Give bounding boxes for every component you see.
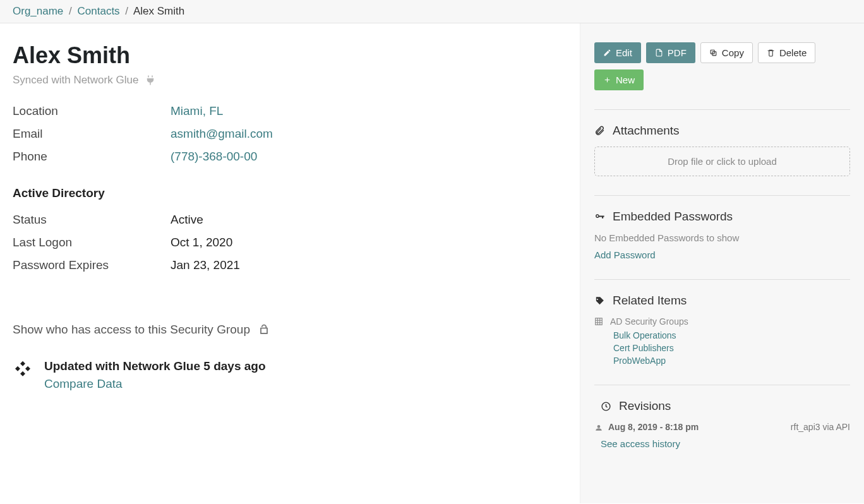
breadcrumb-current: Alex Smith <box>133 5 184 17</box>
location-label: Location <box>13 104 171 118</box>
email-value[interactable]: asmith@gmail.com <box>171 127 273 140</box>
compare-data-link[interactable]: Compare Data <box>44 377 266 391</box>
ad-info: Status Active Last Logon Oct 1, 2020 Pas… <box>13 213 567 272</box>
pencil-icon <box>603 49 611 57</box>
breadcrumb-sep: / <box>69 5 72 17</box>
security-group-access[interactable]: Show who has access to this Security Gro… <box>13 323 567 337</box>
network-glue-icon <box>13 359 33 380</box>
ad-status-label: Status <box>13 213 171 227</box>
svg-rect-2 <box>596 318 603 325</box>
action-buttons: Edit PDF Copy Delete <box>594 42 850 63</box>
passwords-heading-text: Embedded Passwords <box>613 210 733 224</box>
new-button[interactable]: New <box>594 69 644 90</box>
email-label: Email <box>13 127 171 141</box>
ng-updated-text: Updated with Network Glue 5 days ago <box>44 359 266 373</box>
revision-via: rft_api3 via API <box>791 422 850 432</box>
network-glue-update: Updated with Network Glue 5 days ago Com… <box>13 359 567 391</box>
revision-timestamp: Aug 8, 2019 - 8:18 pm <box>608 422 699 432</box>
grid-icon <box>594 317 603 326</box>
related-item[interactable]: ProbWebApp <box>613 356 850 366</box>
access-history-link[interactable]: See access history <box>601 438 850 449</box>
ad-pwdexp-label: Password Expires <box>13 258 171 272</box>
related-category: AD Security Groups <box>594 316 850 327</box>
passwords-section: Embedded Passwords No Embedded Passwords… <box>594 195 850 260</box>
plug-icon <box>145 75 156 86</box>
revisions-heading-text: Revisions <box>619 399 671 413</box>
breadcrumb-sep: / <box>125 5 128 17</box>
pdf-button[interactable]: PDF <box>646 42 695 63</box>
ad-heading: Active Directory <box>13 186 567 200</box>
related-heading-text: Related Items <box>613 294 687 308</box>
new-label: New <box>616 75 635 85</box>
location-value[interactable]: Miami, FL <box>171 104 223 117</box>
main-content: Alex Smith Synced with Network Glue Loca… <box>0 23 580 503</box>
ad-logon-label: Last Logon <box>13 236 171 249</box>
passwords-empty: No Embedded Passwords to show <box>594 232 850 243</box>
related-list: Bulk Operations Cert Publishers ProbWebA… <box>613 330 850 366</box>
edit-label: Edit <box>616 47 632 58</box>
phone-label: Phone <box>13 150 171 164</box>
sidebar: Edit PDF Copy Delete <box>580 23 864 503</box>
copy-button[interactable]: Copy <box>700 42 753 63</box>
ad-pwdexp-value: Jan 23, 2021 <box>171 258 567 272</box>
copy-label: Copy <box>722 47 744 58</box>
contact-info: Location Miami, FL Email asmith@gmail.co… <box>13 104 567 164</box>
revision-row: Aug 8, 2019 - 8:18 pm rft_api3 via API <box>594 422 850 432</box>
ad-logon-value: Oct 1, 2020 <box>171 236 567 249</box>
related-item[interactable]: Cert Publishers <box>613 343 850 353</box>
related-category-text: AD Security Groups <box>610 316 688 327</box>
file-icon <box>655 49 663 57</box>
attachments-heading: Attachments <box>594 124 850 138</box>
plus-icon <box>603 76 611 84</box>
ad-status-value: Active <box>171 213 567 227</box>
security-group-text: Show who has access to this Security Gro… <box>13 323 250 337</box>
key-icon <box>594 212 605 222</box>
add-password-link[interactable]: Add Password <box>594 249 850 260</box>
action-buttons-2: New <box>594 69 850 90</box>
trash-icon <box>767 49 775 57</box>
paperclip-icon <box>594 126 605 136</box>
attachments-section: Attachments Drop file or click to upload <box>594 109 850 176</box>
edit-button[interactable]: Edit <box>594 42 641 63</box>
revisions-section: Revisions Aug 8, 2019 - 8:18 pm rft_api3… <box>594 385 850 449</box>
revisions-heading: Revisions <box>601 399 850 413</box>
page-title: Alex Smith <box>13 42 567 69</box>
sync-status-text: Synced with Network Glue <box>13 74 138 87</box>
breadcrumb-org[interactable]: Org_name <box>13 5 63 17</box>
clock-icon <box>601 401 611 412</box>
delete-label: Delete <box>779 47 807 58</box>
related-section: Related Items AD Security Groups Bulk Op… <box>594 279 850 366</box>
attachments-heading-text: Attachments <box>613 124 680 138</box>
phone-value[interactable]: (778)-368-00-00 <box>171 150 257 163</box>
related-item[interactable]: Bulk Operations <box>613 330 850 340</box>
breadcrumb-section[interactable]: Contacts <box>78 5 120 17</box>
sync-status: Synced with Network Glue <box>13 74 567 87</box>
tag-icon <box>594 296 605 306</box>
unlock-icon <box>258 323 270 336</box>
users-icon <box>594 423 603 431</box>
attachments-dropzone[interactable]: Drop file or click to upload <box>594 147 850 176</box>
delete-button[interactable]: Delete <box>758 42 815 63</box>
breadcrumb: Org_name / Contacts / Alex Smith <box>0 0 864 23</box>
pdf-label: PDF <box>668 47 687 58</box>
passwords-heading: Embedded Passwords <box>594 210 850 224</box>
copy-icon <box>709 49 717 57</box>
related-heading: Related Items <box>594 294 850 308</box>
